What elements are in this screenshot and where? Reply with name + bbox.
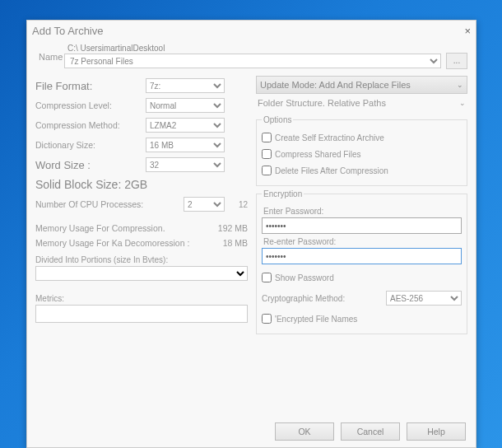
browse-button[interactable]: ... — [446, 53, 467, 69]
archive-name-row: Name C:\ UsersimartinalDesktool 7z Perso… — [35, 44, 467, 69]
file-format-label: File Format: — [35, 80, 146, 92]
chevron-down-icon: ⌄ — [459, 99, 466, 107]
options-group: Options Create Self Extractino Archive C… — [256, 115, 467, 186]
titlebar: Add To Archive × — [27, 21, 476, 40]
crypto-method-select[interactable]: AES-256 — [386, 291, 462, 306]
self-extracting-checkbox[interactable] — [262, 133, 272, 142]
metrics-label: Metrics: — [35, 294, 248, 303]
enter-password-label: Enter Password: — [263, 207, 462, 216]
self-extracting-label: Create Self Extractino Archive — [275, 133, 384, 142]
dictionary-size-label: Dictionary Size: — [35, 140, 146, 150]
encryption-legend: Encryption — [262, 189, 304, 198]
compression-level-label: Compression Level: — [35, 100, 146, 110]
encryption-group: Encryption Enter Password: Re-enter Pass… — [256, 189, 467, 334]
name-label: Name — [35, 52, 64, 62]
enter-password-input[interactable] — [262, 217, 462, 234]
options-legend: Options — [262, 115, 293, 124]
cancel-button[interactable]: Cancel — [341, 422, 400, 441]
encrypt-filenames-label: 'Encrypted File Names — [275, 315, 357, 324]
archive-path: C:\ UsersimartinalDesktool — [64, 44, 467, 53]
encrypt-filenames-checkbox[interactable] — [262, 314, 272, 324]
word-size-select[interactable]: 32 — [146, 157, 225, 172]
dialog-title: Add To Archive — [32, 25, 103, 37]
metrics-input[interactable] — [35, 305, 248, 323]
compression-method-label: Compression Method: — [35, 120, 146, 130]
folder-structure-row[interactable]: Folder Structure. Relative Paths ⌄ — [256, 94, 467, 112]
cpu-processes-label: Number Of CPU Processes: — [35, 199, 184, 209]
mem-decompression-label: Memory Usage For Ka Decomoression : — [35, 238, 189, 248]
file-format-select[interactable]: 7z: — [146, 78, 225, 93]
mem-decompression-value: 18 MB — [223, 238, 248, 248]
crypto-method-label: Cryptographic Method: — [262, 294, 381, 303]
compression-level-select[interactable]: Normal — [146, 98, 225, 113]
mem-compression-label: Memory Usage For Compression. — [35, 223, 165, 233]
reenter-password-label: Re-enter Password: — [263, 237, 462, 246]
cpu-processes-select[interactable]: 2 — [184, 197, 225, 212]
word-size-label: Word Size : — [35, 159, 146, 171]
reenter-password-input[interactable] — [262, 248, 462, 264]
compress-shared-label: Compress Shared Files — [275, 150, 360, 159]
dialog-buttons: OK Cancel Help — [275, 422, 466, 441]
divided-label: Divided Into Portions (size In Bvtes): — [35, 255, 248, 264]
show-password-checkbox[interactable] — [262, 273, 272, 282]
compression-method-select[interactable]: LZMA2 — [146, 118, 225, 133]
delete-after-label: Delete Files After Compression — [275, 166, 388, 175]
cpu-max: 12 — [225, 200, 248, 209]
ok-button[interactable]: OK — [275, 422, 334, 441]
show-password-label: Show Password — [275, 273, 334, 282]
mem-compression-value: 192 MB — [218, 223, 248, 233]
dictionary-size-select[interactable]: 16 MB — [146, 138, 225, 152]
archive-name-select[interactable]: 7z Personal Files — [64, 54, 441, 68]
add-to-archive-dialog: Add To Archive × Name C:\ Usersimartinal… — [26, 20, 476, 448]
delete-after-checkbox[interactable] — [262, 166, 272, 175]
help-button[interactable]: Help — [407, 422, 466, 441]
chevron-down-icon: ⌄ — [457, 81, 463, 89]
close-icon[interactable]: × — [464, 25, 471, 37]
compress-shared-checkbox[interactable] — [262, 149, 272, 159]
solid-block-size-label: Solid Block Size: 2GB — [35, 175, 248, 194]
divided-portions-select[interactable] — [35, 266, 248, 281]
update-mode-select[interactable]: Update Mode: Add And Replace Files ⌄ — [256, 76, 467, 94]
